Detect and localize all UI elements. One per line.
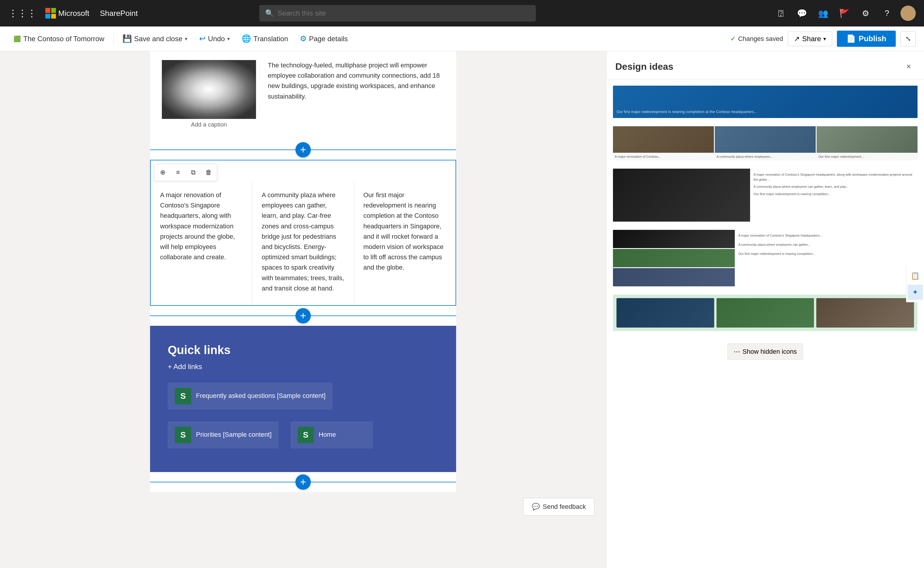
card2-grid — [613, 126, 918, 153]
undo-icon: ↩ — [199, 34, 206, 43]
main-wrapper: Add a caption The technology-fueled, mul… — [0, 51, 924, 568]
column-cell-3[interactable]: Our first major redevelopment is nearing… — [354, 181, 456, 305]
toolbar-right-group: ✓ Changes saved ↗ Share ▾ 📄 Publish ⤡ — [730, 30, 916, 47]
undo-chevron[interactable]: ▾ — [227, 36, 230, 42]
design-card-1[interactable]: Our first major redevelopment is nearing… — [612, 85, 918, 119]
page-details-label: Page details — [309, 35, 348, 43]
show-hidden-label: Show hidden icons — [743, 348, 797, 355]
editor-toolbar: 🟩 The Contoso of Tomorrow 💾 Save and clo… — [0, 27, 924, 51]
design-card-5[interactable] — [612, 294, 918, 332]
top-navigation: ⋮⋮⋮ Microsoft SharePoint 🔍 ⍰ 💬 👥 🚩 ⚙ ? — [0, 0, 924, 27]
add-section-top[interactable]: + — [150, 140, 456, 160]
right-edge-panel: 📋 ✦ — [906, 266, 924, 302]
feedback-icon: 💬 — [532, 503, 540, 511]
page-details-icon: ⚙ — [300, 34, 306, 43]
design-card-3[interactable]: A major renovation of Contoso's Singapor… — [612, 168, 918, 222]
share-icon: ↗ — [794, 35, 800, 43]
edit-section-button[interactable]: ≡ — [171, 165, 185, 180]
ql-icon-3: S — [297, 427, 314, 443]
question-icon[interactable]: ? — [879, 6, 895, 21]
flag-icon[interactable]: 🚩 — [837, 6, 852, 21]
site-name-button[interactable]: 🟩 The Contoso of Tomorrow — [8, 32, 110, 46]
publish-icon: 📄 — [846, 34, 856, 43]
design-card-2[interactable]: A major renovation of Contoso... A commu… — [612, 126, 918, 161]
changes-saved-indicator: ✓ Changes saved — [730, 35, 783, 43]
three-col-grid: A major renovation of Contoso's Singapor… — [151, 160, 456, 305]
add-section-middle[interactable]: + — [150, 306, 456, 326]
quick-link-item-2[interactable]: S Priorities [Sample content] — [168, 421, 279, 449]
settings-icon[interactable]: ⚙ — [858, 6, 873, 21]
quick-link-item-3[interactable]: S Home — [290, 421, 373, 449]
collapse-icon: ⤡ — [906, 35, 911, 43]
translation-button[interactable]: 🌐 Translation — [236, 31, 293, 46]
card5-inner — [613, 295, 918, 331]
undo-label: Undo — [208, 35, 225, 43]
show-hidden-area: ⋯ Show hidden icons — [607, 338, 924, 389]
move-section-button[interactable]: ⊕ — [156, 165, 170, 180]
add-section-bottom[interactable]: + — [150, 472, 456, 492]
ql-label-2: Priorities [Sample content] — [196, 430, 272, 440]
user-avatar[interactable] — [900, 6, 916, 21]
column-cell-2[interactable]: A community plaza where employees can ga… — [252, 181, 354, 305]
duplicate-section-button[interactable]: ⧉ — [186, 165, 201, 180]
send-feedback-button[interactable]: 💬 Send feedback — [523, 498, 595, 516]
share-button[interactable]: ↗ Share ▾ — [788, 32, 832, 46]
col2-text: A community plaza where employees can ga… — [261, 191, 344, 292]
design-panel-title: Design ideas — [615, 61, 673, 72]
ql-label-1: Frequently asked questions [Sample conte… — [196, 391, 325, 400]
card1-text: Our first major redevelopment is nearing… — [616, 109, 757, 115]
save-icon: 💾 — [122, 34, 132, 43]
column-cell-1[interactable]: A major renovation of Contoso's Singapor… — [151, 181, 252, 305]
page-details-button[interactable]: ⚙ Page details — [294, 31, 353, 46]
design-panel-header: Design ideas × — [607, 51, 924, 79]
spiral-image — [162, 60, 256, 119]
svg-point-1 — [904, 14, 912, 18]
image-text-section: Add a caption The technology-fueled, mul… — [150, 51, 456, 140]
search-icon: 🔍 — [265, 9, 274, 17]
card2-text-row: A major renovation of Contoso... A commu… — [613, 153, 918, 160]
right-icon-1[interactable]: 📋 — [907, 268, 923, 283]
right-icon-design[interactable]: ✦ — [907, 285, 923, 300]
col1-text: A major renovation of Contoso's Singapor… — [160, 191, 235, 261]
publish-label: Publish — [859, 34, 886, 43]
close-design-panel-button[interactable]: × — [902, 60, 915, 73]
help-accessibility-icon[interactable]: ⍰ — [773, 6, 789, 21]
publish-button[interactable]: 📄 Publish — [837, 30, 896, 47]
undo-button[interactable]: ↩ Undo ▾ — [194, 31, 235, 46]
quick-links-title: Quick links — [168, 343, 438, 357]
save-close-chevron[interactable]: ▾ — [185, 36, 187, 42]
quick-links-items: S Frequently asked questions [Sample con… — [168, 382, 438, 449]
card4-text: A major renovation of Contoso's Singapor… — [735, 230, 918, 286]
image-block[interactable]: Add a caption — [162, 60, 256, 128]
delete-section-button[interactable]: 🗑 — [202, 165, 216, 180]
show-hidden-button[interactable]: ⋯ Show hidden icons — [728, 343, 803, 360]
search-input[interactable] — [278, 9, 530, 17]
feedback-icon[interactable]: 💬 — [794, 6, 810, 21]
quick-link-item-1[interactable]: S Frequently asked questions [Sample con… — [168, 382, 332, 410]
microsoft-logo[interactable]: Microsoft — [45, 8, 89, 18]
ql-label-3: Home — [319, 430, 336, 440]
show-hidden-icon: ⋯ — [734, 348, 740, 355]
page-content-area[interactable]: Add a caption The technology-fueled, mul… — [0, 51, 606, 568]
three-column-section: ⊕ ≡ ⧉ 🗑 A major renovation of Contoso's … — [150, 160, 456, 306]
add-section-circle-bottom[interactable]: + — [296, 474, 311, 490]
people-icon[interactable]: 👥 — [816, 6, 831, 21]
search-bar[interactable]: 🔍 — [259, 5, 536, 21]
ql-icon-2: S — [175, 427, 191, 443]
design-card-4[interactable]: A major renovation of Contoso's Singapor… — [612, 229, 918, 287]
waffle-menu-icon[interactable]: ⋮⋮⋮ — [8, 8, 36, 19]
changes-saved-text: Changes saved — [738, 35, 783, 43]
save-close-button[interactable]: 💾 Save and close ▾ — [117, 31, 193, 46]
image-caption[interactable]: Add a caption — [162, 121, 256, 128]
content-inner: Add a caption The technology-fueled, mul… — [150, 51, 456, 492]
add-links-button[interactable]: + Add links — [168, 363, 438, 371]
add-section-circle-mid[interactable]: + — [296, 308, 311, 323]
card3-text: A major renovation of Contoso's Singapor… — [750, 169, 918, 222]
add-section-circle-top[interactable]: + — [296, 142, 311, 157]
share-chevron: ▾ — [823, 36, 826, 42]
main-image — [162, 60, 256, 119]
card4-inner: A major renovation of Contoso's Singapor… — [613, 230, 918, 286]
microsoft-text: Microsoft — [58, 9, 89, 18]
collapse-panel-button[interactable]: ⤡ — [900, 31, 916, 47]
share-label: Share — [802, 35, 821, 43]
